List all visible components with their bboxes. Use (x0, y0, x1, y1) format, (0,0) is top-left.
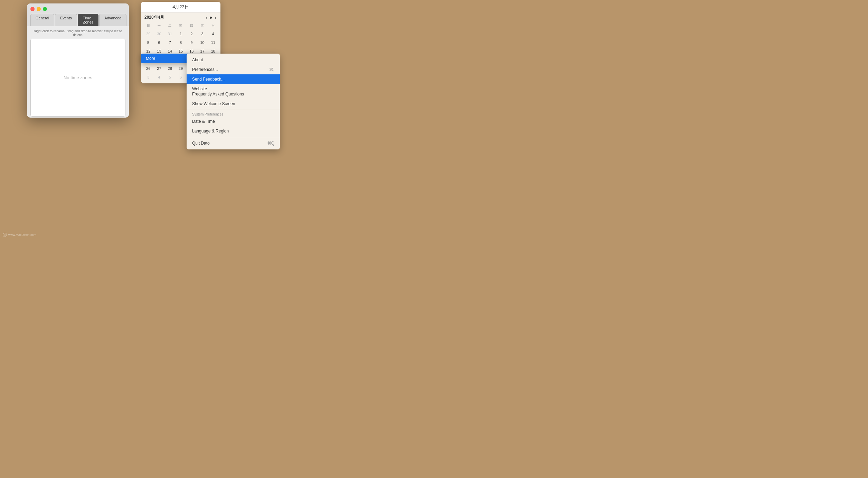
cal-day[interactable]: 26 (144, 65, 152, 72)
ctx-date-time-label: Date & Time (192, 119, 215, 124)
weekday-sat: 六 (208, 22, 218, 29)
cal-day[interactable]: 5 (144, 39, 152, 46)
cal-day[interactable]: 8 (177, 39, 185, 46)
ctx-separator-2 (187, 137, 280, 137)
no-timezones-label: No time zones (64, 75, 92, 80)
ctx-send-feedback[interactable]: Send Feedback... (187, 74, 280, 84)
watermark: © www.MacDown.com (3, 233, 36, 237)
watermark-icon: © (3, 233, 7, 237)
tab-bar: General Events Time Zones Advanced (30, 14, 125, 26)
calendar-next-button[interactable]: › (214, 15, 217, 20)
weekday-mon: 一 (154, 22, 164, 29)
cal-day[interactable]: 5 (166, 73, 174, 81)
tab-general[interactable]: General (30, 14, 54, 26)
weekday-tue: 二 (164, 22, 175, 29)
context-menu: About Preferences... ⌘, Send Feedback...… (187, 54, 280, 149)
timezone-list: No time zones (30, 39, 125, 117)
cal-day[interactable]: 1 (177, 30, 185, 38)
window-body: Right-click to rename. Drag and drop to … (27, 26, 129, 118)
cal-day[interactable]: 11 (209, 39, 217, 46)
title-bar: General Events Time Zones Advanced (27, 3, 129, 26)
weekday-sun: 日 (143, 22, 154, 29)
calendar-today-dot[interactable] (210, 17, 212, 19)
traffic-lights (30, 7, 125, 11)
weekday-fri: 五 (197, 22, 208, 29)
tab-events[interactable]: Events (55, 14, 77, 26)
more-menu-label: More (146, 56, 155, 61)
cal-day[interactable]: 10 (199, 39, 206, 46)
cal-day[interactable]: 4 (209, 30, 217, 38)
ctx-quit-label: Quit Dato (192, 141, 210, 146)
calendar-month-label: 2020年4月 (144, 15, 164, 20)
tab-timezones[interactable]: Time Zones (78, 14, 99, 26)
cal-day[interactable]: 28 (166, 65, 174, 72)
ctx-preferences-label: Preferences... (192, 67, 218, 72)
ctx-website-subtext: Website Frequently Asked Questions (192, 86, 244, 96)
cal-day[interactable]: 4 (155, 73, 163, 81)
calendar-weekdays: 日 一 二 三 四 五 六 (143, 22, 218, 29)
cal-day[interactable]: 30 (155, 30, 163, 38)
app-window: General Events Time Zones Advanced Right… (27, 3, 129, 118)
cal-day[interactable]: 3 (144, 73, 152, 81)
ctx-send-feedback-label: Send Feedback... (192, 77, 225, 82)
ctx-quit[interactable]: Quit Dato ⌘Q (187, 138, 280, 148)
cal-day[interactable]: 29 (177, 65, 185, 72)
ctx-about[interactable]: About (187, 55, 280, 65)
ctx-language-region[interactable]: Language & Region (187, 126, 280, 136)
cal-day[interactable]: 6 (177, 73, 185, 81)
ctx-website[interactable]: Website Frequently Asked Questions (187, 84, 280, 99)
calendar-nav-buttons: ‹ › (205, 15, 217, 20)
hint-text: Right-click to rename. Drag and drop to … (30, 29, 125, 37)
ctx-separator-1 (187, 110, 280, 110)
weekday-wed: 三 (175, 22, 186, 29)
ctx-preferences-shortcut: ⌘, (269, 67, 274, 72)
cal-day[interactable]: 31 (166, 30, 174, 38)
ctx-website-label: Website (192, 86, 244, 91)
watermark-text: www.MacDown.com (8, 233, 36, 237)
ctx-about-label: About (192, 57, 203, 62)
weekday-thu: 四 (186, 22, 197, 29)
tab-advanced[interactable]: Advanced (99, 14, 126, 26)
cal-day[interactable]: 6 (155, 39, 163, 46)
cal-day[interactable]: 29 (144, 30, 152, 38)
calendar-header-date: 4月23日 (141, 2, 220, 12)
minimize-button[interactable] (37, 7, 41, 11)
ctx-quit-shortcut: ⌘Q (267, 141, 274, 146)
ctx-show-welcome-label: Show Welcome Screen (192, 101, 235, 106)
cal-day[interactable]: 7 (166, 39, 174, 46)
calendar-prev-button[interactable]: ‹ (205, 15, 208, 20)
ctx-language-region-label: Language & Region (192, 129, 229, 134)
cal-day[interactable]: 27 (155, 65, 163, 72)
cal-day[interactable]: 9 (188, 39, 195, 46)
cal-day[interactable]: 3 (199, 30, 206, 38)
cal-day[interactable]: 2 (188, 30, 195, 38)
ctx-faq-label: Frequently Asked Questions (192, 92, 244, 96)
maximize-button[interactable] (43, 7, 47, 11)
close-button[interactable] (30, 7, 35, 11)
ctx-preferences[interactable]: Preferences... ⌘, (187, 65, 280, 74)
calendar-nav: 2020年4月 ‹ › (141, 12, 220, 22)
ctx-date-time[interactable]: Date & Time (187, 117, 280, 126)
ctx-show-welcome[interactable]: Show Welcome Screen (187, 99, 280, 109)
ctx-system-prefs-group-label: System Preferences (187, 111, 280, 117)
